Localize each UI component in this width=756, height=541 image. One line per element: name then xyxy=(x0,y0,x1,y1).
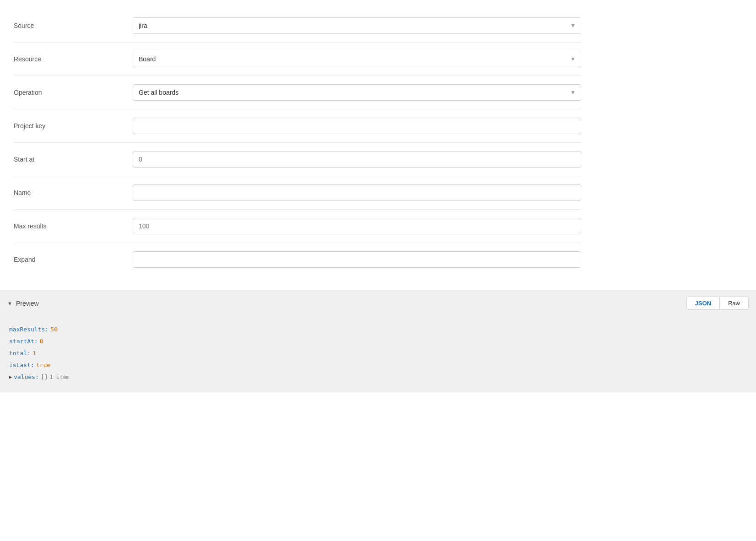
json-values-bracket: [] xyxy=(41,371,48,383)
json-is-last-value: true xyxy=(36,359,50,371)
project-key-label: Project key xyxy=(14,118,133,130)
max-results-label: Max results xyxy=(14,218,133,230)
preview-header: ▼ Preview JSON Raw xyxy=(0,290,756,316)
expand-row: Expand admins xyxy=(14,243,581,276)
preview-title-area: ▼ Preview xyxy=(7,300,39,307)
source-field: jira ▼ xyxy=(133,17,581,34)
operation-row: Operation Get all boards ▼ xyxy=(14,76,581,109)
operation-select-wrapper: Get all boards ▼ xyxy=(133,84,581,101)
json-button[interactable]: JSON xyxy=(686,297,720,310)
source-label: Source xyxy=(14,17,133,29)
max-results-row: Max results xyxy=(14,210,581,243)
preview-section: ▼ Preview JSON Raw maxResults: 50 startA… xyxy=(0,290,756,392)
name-field: SCRUM board xyxy=(133,184,581,201)
json-values-key: values: xyxy=(14,371,39,383)
name-label: Name xyxy=(14,184,133,196)
preview-content: maxResults: 50 startAt: 0 total: 1 isLas… xyxy=(0,316,756,392)
operation-field: Get all boards ▼ xyxy=(133,84,581,101)
json-values-line: ▶ values: [] 1 item xyxy=(9,371,747,383)
json-start-at-line: startAt: 0 xyxy=(9,335,747,347)
resource-row: Resource Board ▼ xyxy=(14,43,581,76)
form-container: Source jira ▼ Resource Board ▼ Operation xyxy=(0,0,595,285)
operation-label: Operation xyxy=(14,84,133,96)
resource-field: Board ▼ xyxy=(133,51,581,67)
json-total-line: total: 1 xyxy=(9,347,747,359)
json-is-last-key: isLast: xyxy=(9,359,34,371)
project-key-input[interactable]: SCRUM xyxy=(133,118,581,134)
preview-collapse-arrow-icon[interactable]: ▼ xyxy=(7,301,12,306)
resource-select[interactable]: Board xyxy=(133,51,581,67)
source-row: Source jira ▼ xyxy=(14,9,581,42)
json-max-results-key: maxResults: xyxy=(9,324,49,335)
project-key-row: Project key SCRUM xyxy=(14,109,581,142)
start-at-row: Start at xyxy=(14,143,581,176)
name-input[interactable]: SCRUM board xyxy=(133,184,581,201)
max-results-input[interactable] xyxy=(133,218,581,234)
start-at-label: Start at xyxy=(14,151,133,163)
resource-select-wrapper: Board ▼ xyxy=(133,51,581,67)
start-at-input[interactable] xyxy=(133,151,581,168)
preview-title: Preview xyxy=(16,300,39,307)
preview-format-buttons: JSON Raw xyxy=(686,297,749,310)
source-select[interactable]: jira xyxy=(133,17,581,34)
json-start-at-value: 0 xyxy=(40,335,43,347)
json-max-results-value: 50 xyxy=(50,324,58,335)
expand-input[interactable]: admins xyxy=(133,251,581,268)
max-results-field xyxy=(133,218,581,234)
json-start-at-key: startAt: xyxy=(9,335,38,347)
raw-button[interactable]: Raw xyxy=(720,297,749,310)
project-key-field: SCRUM xyxy=(133,118,581,134)
json-total-value: 1 xyxy=(32,347,36,359)
json-values-meta: 1 item xyxy=(49,372,69,383)
json-max-results-line: maxResults: 50 xyxy=(9,324,747,335)
resource-label: Resource xyxy=(14,51,133,63)
source-select-wrapper: jira ▼ xyxy=(133,17,581,34)
json-total-key: total: xyxy=(9,347,31,359)
start-at-field xyxy=(133,151,581,168)
expand-label: Expand xyxy=(14,251,133,263)
operation-select[interactable]: Get all boards xyxy=(133,84,581,101)
json-values-expand-icon[interactable]: ▶ xyxy=(9,373,12,382)
expand-field: admins xyxy=(133,251,581,268)
name-row: Name SCRUM board xyxy=(14,176,581,209)
json-is-last-line: isLast: true xyxy=(9,359,747,371)
